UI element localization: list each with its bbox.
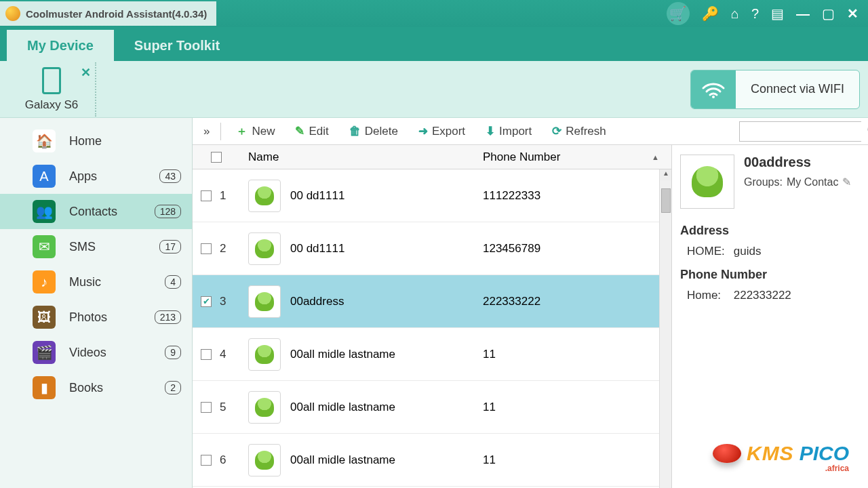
row-index: 4 — [220, 348, 240, 361]
table-row[interactable]: ✔300address222333222 — [193, 275, 671, 328]
col-phone[interactable]: Phone Number▲ — [477, 150, 671, 164]
scroll-up-icon[interactable]: ▲ — [660, 169, 671, 180]
minimize-icon[interactable]: — — [796, 6, 810, 22]
import-icon: ⬇ — [486, 124, 495, 138]
export-button[interactable]: ➜Export — [410, 121, 473, 142]
row-checkbox[interactable] — [201, 455, 212, 466]
connect-wifi-label: Connect via WIFI — [736, 82, 859, 96]
table-row[interactable]: 100 dd1111111222333 — [193, 169, 671, 222]
row-checkbox[interactable]: ✔ — [201, 296, 212, 307]
table-row[interactable]: 600all midle lastname11 — [193, 434, 671, 487]
edit-button[interactable]: ✎Edit — [287, 121, 336, 142]
contact-name: 00 dd1111 — [290, 189, 344, 203]
title-block: Coolmuster Android Assistant(4.0.34) — [0, 1, 216, 26]
row-index: 1 — [220, 189, 240, 203]
import-button[interactable]: ⬇Import — [477, 121, 540, 142]
maximize-icon[interactable]: ▢ — [822, 5, 835, 22]
phone-type: Home: — [687, 289, 730, 302]
edit-groups-icon[interactable]: ✎ — [842, 176, 851, 188]
phone-value: 222333222 — [734, 289, 791, 302]
table-row[interactable]: 500all midle lastname11 — [193, 381, 671, 434]
app-title: Coolmuster Android Assistant(4.0.34) — [26, 8, 207, 20]
contact-phone: 11 — [483, 453, 496, 467]
key-icon[interactable]: 🔑 — [702, 5, 719, 22]
device-card[interactable]: ✕ Galaxy S6 — [8, 62, 96, 117]
contact-avatar-icon — [248, 232, 281, 265]
register-icon[interactable]: ▤ — [771, 5, 784, 22]
sidebar-item-label: Contacts — [69, 205, 155, 219]
contact-name: 00all midle lastname — [290, 348, 395, 361]
phone-icon — [42, 67, 61, 94]
sidebar-item-videos[interactable]: 🎬Videos9 — [0, 335, 192, 370]
sms-icon: ✉ — [33, 235, 56, 258]
table-row[interactable]: 200 dd1111123456789 — [193, 222, 671, 275]
row-index: 2 — [220, 242, 240, 256]
detail-address-header: Address — [680, 224, 860, 238]
col-name[interactable]: Name — [240, 150, 477, 164]
new-button[interactable]: ＋New — [228, 121, 283, 142]
detail-name: 00address — [744, 155, 860, 170]
apps-icon: A — [33, 165, 56, 188]
contact-name: 00all midle lastname — [290, 401, 395, 414]
row-checkbox[interactable] — [201, 190, 212, 201]
detail-groups-value: My Contac — [787, 176, 838, 188]
detail-phone-header: Phone Number — [680, 268, 860, 282]
connect-wifi-button[interactable]: Connect via WIFI — [690, 70, 860, 109]
scroll-thumb[interactable] — [661, 188, 671, 213]
sort-asc-icon: ▲ — [652, 153, 659, 161]
row-checkbox[interactable] — [201, 349, 212, 360]
sidebar-item-label: SMS — [69, 240, 159, 254]
sidebar-item-sms[interactable]: ✉SMS17 — [0, 229, 192, 264]
cart-icon[interactable]: 🛒 — [667, 2, 690, 25]
sidebar-item-label: Photos — [69, 310, 155, 325]
row-index: 3 — [220, 295, 240, 308]
help-icon[interactable]: ? — [751, 6, 759, 22]
contact-name: 00address — [290, 295, 344, 308]
sidebar-item-contacts[interactable]: 👥Contacts128 — [0, 194, 192, 229]
home-icon[interactable]: ⌂ — [731, 6, 739, 22]
tab-super-toolkit[interactable]: Super Toolkit — [114, 30, 240, 61]
search-box[interactable]: 🔍 — [739, 121, 861, 142]
count-badge: 43 — [159, 169, 181, 183]
detail-groups-label: Groups: — [744, 176, 783, 188]
table-row[interactable]: 400all midle lastname11 — [193, 328, 671, 381]
contact-phone: 11 — [483, 348, 496, 361]
row-checkbox[interactable] — [201, 243, 212, 254]
sidebar-item-music[interactable]: ♪Music4 — [0, 264, 192, 300]
tab-my-device[interactable]: My Device — [7, 30, 114, 61]
trash-icon: 🗑 — [349, 125, 361, 138]
contact-name: 00 dd1111 — [290, 242, 344, 256]
sidebar-item-label: Home — [69, 134, 181, 148]
row-index: 6 — [220, 453, 240, 467]
sidebar-item-home[interactable]: 🏠Home — [0, 123, 192, 159]
contacts-icon: 👥 — [33, 200, 56, 223]
sidebar-item-apps[interactable]: AApps43 — [0, 159, 192, 194]
contact-avatar-icon — [248, 391, 281, 424]
contact-detail-panel: 00address Groups: My Contac ✎ Address HO… — [671, 145, 868, 488]
contact-phone: 111222333 — [483, 189, 540, 203]
contact-avatar-icon — [248, 180, 281, 212]
sidebar-item-books[interactable]: ▮Books2 — [0, 370, 192, 405]
close-icon[interactable]: ✕ — [847, 5, 859, 22]
contact-phone: 123456789 — [483, 242, 540, 256]
search-input[interactable] — [740, 122, 867, 141]
expand-button[interactable]: » — [199, 121, 214, 142]
delete-button[interactable]: 🗑Delete — [341, 121, 406, 142]
photos-icon: 🖼 — [33, 306, 56, 329]
refresh-button[interactable]: ⟳Refresh — [544, 121, 614, 142]
pencil-icon: ✎ — [295, 124, 304, 138]
select-all-checkbox[interactable] — [211, 152, 222, 163]
plus-icon: ＋ — [236, 123, 248, 139]
sidebar-item-photos[interactable]: 🖼Photos213 — [0, 300, 192, 335]
divider — [220, 123, 221, 140]
videos-icon: 🎬 — [33, 341, 56, 364]
app-logo-icon — [5, 6, 20, 21]
sidebar-item-label: Videos — [69, 346, 165, 360]
count-badge: 2 — [165, 381, 181, 394]
home-icon: 🏠 — [33, 129, 56, 152]
device-close-icon[interactable]: ✕ — [81, 65, 91, 80]
row-checkbox[interactable] — [201, 402, 212, 413]
sidebar-item-label: Apps — [69, 169, 159, 184]
scrollbar[interactable]: ▲ — [659, 169, 671, 488]
wifi-icon — [691, 70, 736, 108]
